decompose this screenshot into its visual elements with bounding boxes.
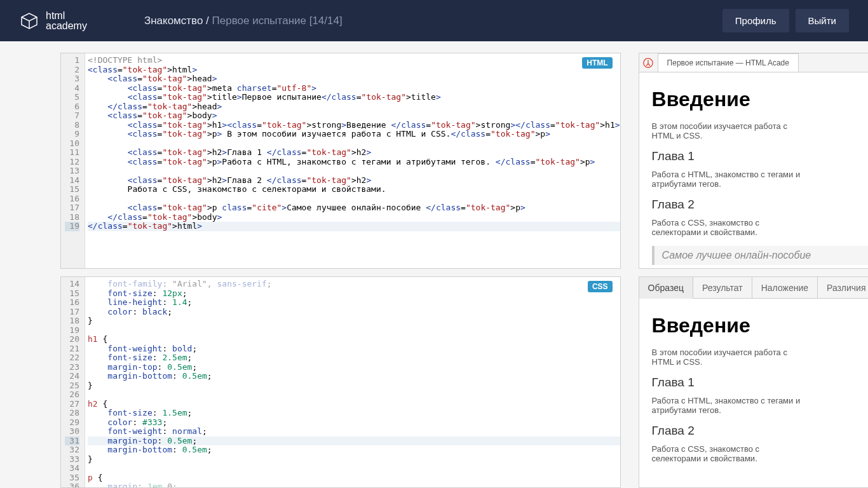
html-gutter: 12345678910111213141516171819	[61, 53, 85, 268]
preview-p2: Работа с HTML, знакомство с тегами и атр…	[652, 170, 811, 189]
compare-p1: В этом пособии изучается работа с HTML и…	[652, 348, 811, 367]
logo-text: html academy	[46, 11, 87, 31]
css-badge: CSS	[588, 281, 613, 292]
breadcrumb: Знакомство / Первое испытание [14/14]	[144, 15, 342, 27]
html-editor-panel: HTML 12345678910111213141516171819 <!DOC…	[60, 53, 621, 269]
preview-body: Введение В этом пособии изучается работа…	[639, 72, 868, 268]
tab-diff[interactable]: Различия	[818, 277, 868, 298]
html-code-area[interactable]: 12345678910111213141516171819 <!DOCTYPE …	[61, 53, 620, 268]
preview-h2b: Глава 2	[652, 198, 868, 212]
profile-button[interactable]: Профиль	[722, 9, 789, 32]
preview-p3: Работа с CSS, знакомство с селекторами и…	[652, 218, 811, 237]
preview-tab-title[interactable]: Первое испытание — HTML Acade	[658, 53, 799, 72]
compare-p3: Работа с CSS, знакомство с селекторами и…	[652, 444, 811, 463]
compare-h2a: Глава 1	[652, 376, 868, 390]
compare-body: Введение В этом пособии изучается работа…	[639, 299, 868, 487]
compare-h1: Введение	[652, 314, 868, 337]
logo[interactable]: html academy	[19, 11, 87, 31]
tab-result[interactable]: Результат	[693, 277, 752, 298]
tab-sample[interactable]: Образец	[639, 277, 693, 299]
compare-panel: Образец Результат Наложение Различия ? В…	[639, 276, 868, 488]
breadcrumb-course[interactable]: Знакомство	[144, 15, 203, 27]
html-badge: HTML	[582, 57, 612, 69]
css-code-area[interactable]: 1415161718192021222324252627282930313233…	[61, 277, 620, 487]
preview-cite: Самое лучшее онлайн-пособие	[652, 246, 868, 265]
html-code[interactable]: <!DOCTYPE html><class="tok-tag">html> <c…	[85, 53, 620, 268]
preview-h1: Введение	[652, 88, 868, 111]
preview-tabs: Первое испытание — HTML Acade	[639, 53, 868, 72]
logout-button[interactable]: Выйти	[796, 9, 849, 32]
css-code[interactable]: font-family: "Arial", sans-serif; font-s…	[85, 277, 620, 487]
workspace: HTML 12345678910111213141516171819 <!DOC…	[0, 41, 868, 488]
app-header: html academy Знакомство / Первое испытан…	[0, 0, 868, 41]
css-editor-panel: CSS 141516171819202122232425262728293031…	[60, 276, 621, 488]
tab-overlay[interactable]: Наложение	[752, 277, 818, 298]
breadcrumb-lesson: Первое испытание [14/14]	[212, 15, 342, 27]
logo-icon	[19, 11, 39, 31]
compare-tabs: Образец Результат Наложение Различия ?	[639, 277, 868, 299]
preview-p1: В этом пособии изучается работа с HTML и…	[652, 121, 811, 140]
compare-h2b: Глава 2	[652, 424, 868, 438]
css-gutter: 1415161718192021222324252627282930313233…	[61, 277, 85, 487]
compare-p2: Работа с HTML, знакомство с тегами и атр…	[652, 396, 811, 415]
preview-panel: Первое испытание — HTML Acade Введение В…	[639, 53, 868, 269]
preview-h2a: Глава 1	[652, 149, 868, 163]
browser-icon	[639, 53, 658, 72]
